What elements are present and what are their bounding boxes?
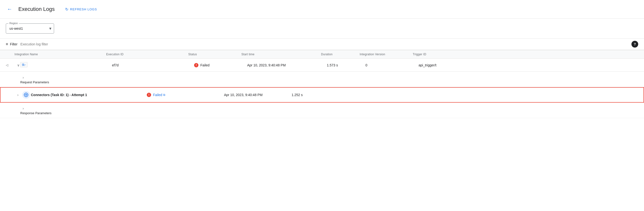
filter-input[interactable] [20, 42, 638, 46]
col-execution-id: Execution ID [106, 53, 188, 56]
expand-request-params-button[interactable]: › [20, 74, 26, 80]
filter-lines-icon: ≡ [6, 42, 8, 46]
integration-name-cell: tk- [20, 62, 112, 68]
connector-error-icon: ! [147, 93, 151, 97]
chevron-down-icon: ∨ [17, 63, 20, 67]
col-integration-name: Integration Name [14, 53, 106, 56]
col-start-time: Start time [242, 53, 321, 56]
integration-version-cell: 0 [366, 63, 418, 67]
help-button[interactable]: ? [632, 41, 638, 48]
filter-bar: ≡ Filter ? [0, 39, 644, 50]
col-duration: Duration [321, 53, 360, 56]
connector-row[interactable]: › Connectors (Task ID: 1) - Attempt 1 ! [0, 87, 644, 102]
connector-error-exclamation: ! [148, 93, 150, 96]
table-container: Integration Name Execution ID Status Sta… [0, 50, 644, 118]
duration-cell: 1.573 s [327, 63, 366, 67]
trigger-id-cell: api_trigger/t [418, 63, 638, 67]
external-link-icon: ⧉ [163, 93, 165, 96]
col-integration-version: Integration Version [360, 53, 413, 56]
table-row: ◁ ∨ tk- ef7d ! Failed Apr 10, 2023, 9:40… [0, 59, 644, 72]
connector-icon-wrapper [22, 91, 30, 99]
back-button[interactable]: ← [5, 4, 14, 14]
status-cell: ! Failed [194, 63, 247, 67]
refresh-label: REFRESH LOGS [70, 8, 97, 11]
region-label: Region [8, 22, 19, 24]
status-text: Failed [200, 63, 210, 67]
refresh-logs-button[interactable]: ↻ REFRESH LOGS [62, 5, 100, 14]
request-params-label: Request Parameters [20, 80, 638, 84]
page-title: Execution Logs [18, 6, 54, 12]
connector-row-inner: › Connectors (Task ID: 1) - Attempt 1 ! [15, 91, 638, 99]
region-section: Region us-west1 us-east1 europe-west1 as… [0, 18, 644, 39]
refresh-icon: ↻ [65, 7, 68, 12]
connector-status-cell: ! Failed ⧉ [147, 93, 224, 97]
filter-label: Filter [10, 42, 18, 46]
integration-name-link[interactable]: tk- [20, 62, 28, 67]
execution-id-cell: ef7d [112, 63, 194, 67]
help-icon: ? [634, 42, 636, 46]
expand-connector-button[interactable]: › [15, 92, 21, 98]
connector-start-time: Apr 10, 2023, 9:40:48 PM [224, 93, 292, 97]
connector-icon [24, 92, 28, 97]
row-spacer: ◁ [6, 63, 16, 67]
sub-rows-container: › Request Parameters › Connectors (Ta [0, 72, 644, 118]
svg-point-1 [25, 94, 27, 96]
expand-response-params-button[interactable]: › [20, 106, 26, 111]
connector-label: Connectors (Task ID: 1) - Attempt 1 [31, 93, 147, 97]
col-trigger-id: Trigger ID [413, 53, 638, 56]
col-status: Status [188, 53, 242, 56]
response-params-label: Response Parameters [20, 111, 638, 115]
connector-failed-link[interactable]: Failed ⧉ [153, 93, 165, 97]
request-params-row[interactable]: › Request Parameters [0, 72, 644, 87]
connector-failed-text: Failed [153, 93, 162, 97]
response-params-row[interactable]: › Response Parameters [0, 102, 644, 118]
region-select-wrapper: Region us-west1 us-east1 europe-west1 as… [6, 24, 54, 34]
page-header: ← Execution Logs ↻ REFRESH LOGS [0, 0, 644, 18]
start-time-cell: Apr 10, 2023, 9:40:48 PM [247, 63, 327, 67]
table-header: Integration Name Execution ID Status Sta… [0, 50, 644, 59]
error-exclamation: ! [196, 64, 197, 67]
filter-button[interactable]: ≡ Filter [6, 41, 18, 47]
error-icon: ! [194, 63, 198, 67]
region-select[interactable]: us-west1 us-east1 europe-west1 asia-east… [6, 24, 54, 33]
connector-duration: 1.252 s [292, 93, 340, 97]
